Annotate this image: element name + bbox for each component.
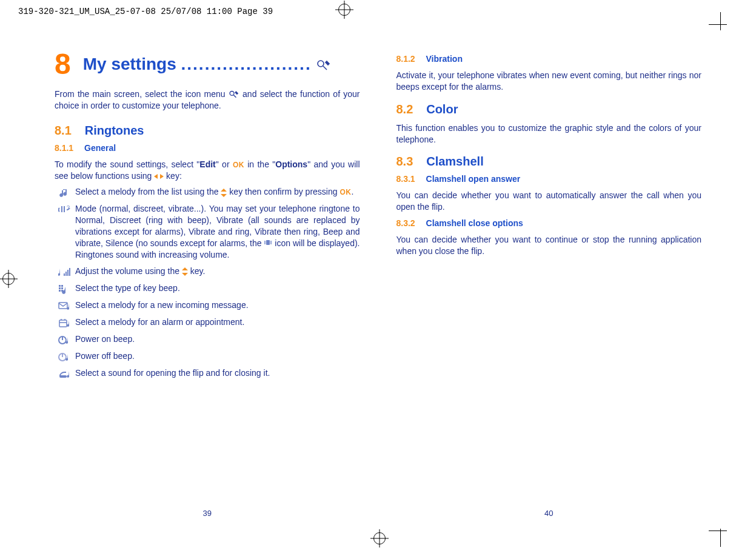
- text: key:: [166, 171, 182, 181]
- mode-ring-icon: ?: [55, 203, 75, 215]
- svg-rect-11: [69, 268, 70, 276]
- page-left: 8 My settings ...................... Fro…: [36, 42, 378, 523]
- list-item-text: Select a melody from the list using the …: [75, 186, 360, 198]
- registration-mark-left: [2, 273, 15, 285]
- chapter-heading: 8 My settings ......................: [55, 50, 360, 79]
- text: From the main screen, select the icon me…: [55, 89, 229, 99]
- svg-rect-10: [67, 270, 69, 276]
- list-item: Select a melody from the list using the …: [55, 186, 360, 198]
- general-intro: To modify the sound settings, select "Ed…: [55, 159, 360, 182]
- ok-key-label: OK: [340, 188, 351, 196]
- body-text: You can decide whether you want to autom…: [396, 190, 702, 213]
- subsection-heading: 8.3.1 Clamshell open answer: [396, 173, 702, 185]
- body-text: Activate it, your telephone vibrates whe…: [396, 70, 702, 93]
- chapter-title: My settings ......................: [83, 53, 332, 76]
- settings-tools-icon: [229, 89, 243, 99]
- subsection-heading: 8.1.1 General: [55, 142, 360, 154]
- svg-rect-17: [61, 287, 63, 289]
- text: .: [351, 187, 353, 196]
- left-right-key-icon: [154, 171, 164, 181]
- subsection-number: 8.1.1: [55, 143, 73, 153]
- list-item-text: Select a melody for a new incoming messa…: [75, 300, 360, 311]
- keypad-beep-icon: [55, 283, 75, 295]
- body-text: You can decide whether you want to conti…: [396, 234, 702, 257]
- svg-marker-4: [221, 189, 227, 192]
- section-heading: 8.1 Ringtones: [55, 122, 360, 139]
- ringtone-functions-list: Select a melody from the list using the …: [55, 186, 360, 379]
- subsection-heading: 8.1.2 Vibration: [396, 53, 702, 65]
- section-number: 8.3: [396, 155, 413, 168]
- up-down-key-icon: [221, 189, 227, 197]
- list-item-text: Adjust the volume using the key.: [75, 266, 360, 277]
- bold-text: Edit: [199, 159, 215, 169]
- subsection-number: 8.3.2: [396, 218, 415, 228]
- section-heading: 8.3 Clamshell: [396, 153, 702, 170]
- svg-marker-3: [160, 174, 164, 179]
- text: " or: [216, 159, 233, 169]
- subsection-title: General: [84, 143, 116, 153]
- list-item: Select the type of key beep.: [55, 283, 360, 295]
- section-number: 8.1: [55, 124, 72, 137]
- section-heading: 8.2 Color: [396, 101, 702, 118]
- page-number-left: 39: [36, 508, 378, 519]
- bold-text: Options: [275, 159, 307, 169]
- power-off-icon: [55, 350, 75, 363]
- list-item-text: Mode (normal, discreet, vibrate...). You…: [75, 203, 360, 260]
- svg-point-1: [230, 92, 234, 96]
- subsection-title: Clamshell open answer: [426, 174, 521, 184]
- registration-mark-bottom: [373, 532, 386, 544]
- chapter-title-text: My settings: [83, 55, 176, 73]
- subsection-number: 8.1.2: [396, 54, 415, 64]
- svg-rect-7: [266, 240, 270, 245]
- list-item: Select a melody for a new incoming messa…: [55, 300, 360, 312]
- section-title: Color: [426, 102, 458, 116]
- text: To modify the sound settings, select ": [55, 159, 199, 169]
- svg-text:?: ?: [67, 204, 70, 210]
- crop-mark: [709, 531, 727, 531]
- list-item: Power on beep.: [55, 333, 360, 346]
- svg-marker-2: [154, 174, 158, 179]
- flip-sound-icon: [55, 367, 75, 380]
- alarm-melody-icon: [55, 316, 75, 329]
- crop-mark: [720, 12, 721, 30]
- page-number-right: 40: [378, 508, 720, 519]
- volume-bars-icon: [55, 266, 75, 278]
- text: key then confirm by pressing: [229, 187, 340, 196]
- body-text: This function enables you to customize t…: [396, 122, 702, 146]
- page-right: 8.1.2 Vibration Activate it, your teleph…: [378, 42, 720, 523]
- crop-mark: [720, 529, 721, 547]
- svg-rect-24: [59, 375, 67, 378]
- svg-rect-14: [59, 285, 61, 287]
- chapter-intro: From the main screen, select the icon me…: [55, 89, 360, 112]
- list-item-text: Power on beep.: [75, 333, 360, 345]
- subsection-heading: 8.3.2 Clamshell close options: [396, 218, 702, 229]
- list-item: Select a sound for opening the flip and …: [55, 367, 360, 380]
- power-on-icon: [55, 333, 75, 346]
- crop-mark: [709, 24, 727, 25]
- text: Select a melody from the list using the: [75, 187, 221, 196]
- text: Adjust the volume using the: [75, 266, 182, 276]
- svg-rect-18: [59, 290, 61, 292]
- section-number: 8.2: [396, 102, 413, 116]
- svg-rect-15: [61, 285, 63, 287]
- svg-marker-5: [221, 194, 227, 197]
- subsection-title: Clamshell close options: [426, 218, 523, 228]
- list-item-text: Select a melody for an alarm or appointm…: [75, 316, 360, 328]
- svg-rect-20: [59, 303, 67, 309]
- list-item-text: Select a sound for opening the flip and …: [75, 367, 360, 379]
- svg-rect-9: [65, 272, 67, 276]
- text: in the ": [244, 159, 275, 169]
- section-title: Ringtones: [85, 124, 144, 137]
- up-down-key-icon: [182, 267, 188, 276]
- list-item-text: Power off beep.: [75, 350, 360, 362]
- settings-tools-icon: [316, 55, 332, 73]
- list-item-text: Select the type of key beep.: [75, 283, 360, 294]
- message-melody-icon: [55, 300, 75, 312]
- subsection-number: 8.3.1: [396, 174, 415, 184]
- chapter-number: 8: [55, 50, 71, 79]
- list-item: Adjust the volume using the key.: [55, 266, 360, 278]
- text: key.: [190, 266, 206, 276]
- svg-marker-12: [182, 267, 188, 270]
- svg-marker-13: [182, 273, 188, 276]
- list-item: Select a melody for an alarm or appointm…: [55, 316, 360, 329]
